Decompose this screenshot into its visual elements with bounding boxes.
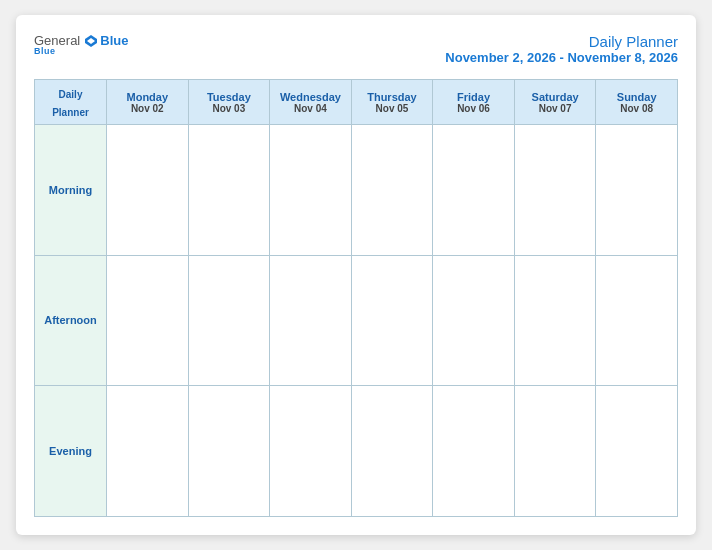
col-sunday: Sunday Nov 08 (596, 80, 678, 125)
logo-icon (84, 34, 98, 48)
morning-thursday[interactable] (351, 125, 433, 256)
afternoon-wednesday[interactable] (270, 255, 352, 386)
planner-table: Daily Planner Monday Nov 02 Tuesday Nov … (34, 79, 678, 517)
planner-container: General Blue Blue Daily Planner November… (16, 15, 696, 535)
col-thursday: Thursday Nov 05 (351, 80, 433, 125)
evening-wednesday[interactable] (270, 386, 352, 517)
col-wednesday: Wednesday Nov 04 (270, 80, 352, 125)
afternoon-saturday[interactable] (514, 255, 596, 386)
afternoon-label: Afternoon (35, 255, 107, 386)
date-range: November 2, 2026 - November 8, 2026 (445, 50, 678, 65)
afternoon-thursday[interactable] (351, 255, 433, 386)
evening-thursday[interactable] (351, 386, 433, 517)
afternoon-sunday[interactable] (596, 255, 678, 386)
title-block: Daily Planner November 2, 2026 - Novembe… (445, 33, 678, 65)
col-tuesday: Tuesday Nov 03 (188, 80, 270, 125)
logo-sub-text: Blue (34, 46, 56, 56)
evening-monday[interactable] (107, 386, 189, 517)
table-header-row: Daily Planner Monday Nov 02 Tuesday Nov … (35, 80, 678, 125)
first-col-header: Daily Planner (35, 80, 107, 125)
col-friday: Friday Nov 06 (433, 80, 515, 125)
row-afternoon: Afternoon (35, 255, 678, 386)
logo: General Blue Blue (34, 33, 128, 56)
morning-wednesday[interactable] (270, 125, 352, 256)
evening-sunday[interactable] (596, 386, 678, 517)
col-saturday: Saturday Nov 07 (514, 80, 596, 125)
evening-tuesday[interactable] (188, 386, 270, 517)
morning-saturday[interactable] (514, 125, 596, 256)
col-monday: Monday Nov 02 (107, 80, 189, 125)
morning-tuesday[interactable] (188, 125, 270, 256)
morning-sunday[interactable] (596, 125, 678, 256)
morning-friday[interactable] (433, 125, 515, 256)
header: General Blue Blue Daily Planner November… (34, 33, 678, 65)
evening-saturday[interactable] (514, 386, 596, 517)
planner-title: Daily Planner (445, 33, 678, 50)
morning-monday[interactable] (107, 125, 189, 256)
afternoon-tuesday[interactable] (188, 255, 270, 386)
row-morning: Morning (35, 125, 678, 256)
morning-label: Morning (35, 125, 107, 256)
afternoon-friday[interactable] (433, 255, 515, 386)
evening-label: Evening (35, 386, 107, 517)
logo-blue-text: Blue (100, 33, 128, 48)
afternoon-monday[interactable] (107, 255, 189, 386)
row-evening: Evening (35, 386, 678, 517)
evening-friday[interactable] (433, 386, 515, 517)
